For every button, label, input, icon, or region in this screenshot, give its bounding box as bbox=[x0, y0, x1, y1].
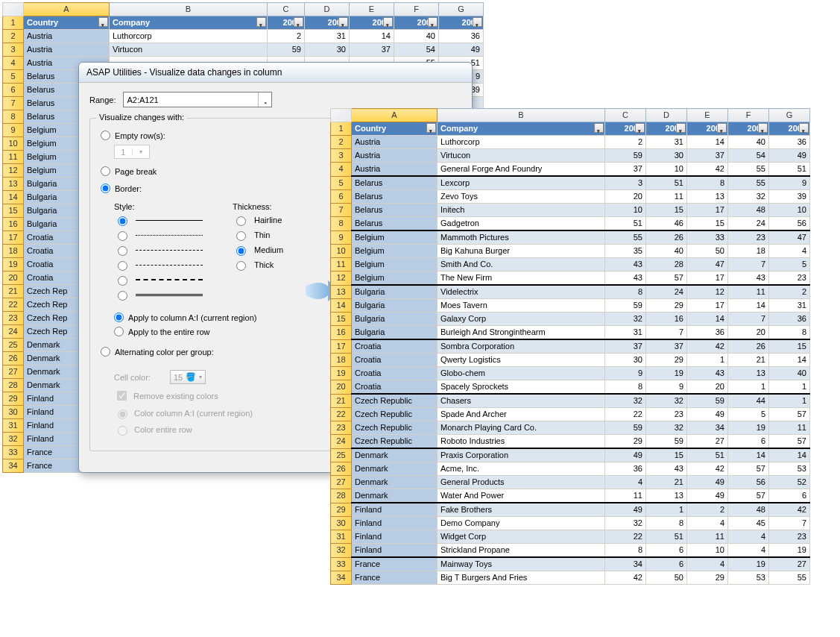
cell[interactable]: 32 bbox=[646, 421, 687, 435]
table-row[interactable]: 15BulgariaGalaxy Corp321614736 bbox=[331, 313, 810, 326]
cell[interactable]: 50 bbox=[646, 571, 687, 585]
cell[interactable]: 56 bbox=[769, 217, 810, 231]
cell[interactable]: Widget Corp bbox=[438, 530, 605, 544]
cell[interactable]: 31 bbox=[305, 30, 350, 43]
cell[interactable]: General Forge And Foundry bbox=[438, 163, 605, 177]
cell[interactable]: Belgium bbox=[352, 258, 438, 272]
col-header-a[interactable]: A bbox=[352, 109, 438, 122]
cell[interactable]: 40 bbox=[646, 245, 687, 258]
cell[interactable]: Chasers bbox=[438, 394, 605, 408]
cell[interactable]: Mainway Toys bbox=[438, 557, 605, 571]
cell[interactable]: 37 bbox=[646, 339, 687, 354]
cell[interactable]: 11 bbox=[646, 190, 687, 204]
cell[interactable]: 45 bbox=[728, 517, 769, 530]
cell[interactable]: 1 bbox=[769, 380, 810, 395]
cell[interactable]: Gadgetron bbox=[438, 217, 605, 231]
cell[interactable]: 20 bbox=[605, 190, 646, 204]
cell[interactable]: 49 bbox=[439, 43, 484, 57]
cell[interactable]: 27 bbox=[687, 435, 728, 449]
cell[interactable]: 43 bbox=[687, 367, 728, 380]
col-header-f[interactable]: F bbox=[394, 3, 439, 16]
cell[interactable]: 11 bbox=[769, 421, 810, 435]
row-header[interactable]: 1 bbox=[331, 122, 352, 136]
filter-dropdown-icon[interactable] bbox=[473, 17, 482, 27]
cell[interactable]: 55 bbox=[728, 163, 769, 177]
cell[interactable]: 47 bbox=[769, 230, 810, 245]
cell[interactable]: 2 bbox=[769, 285, 810, 299]
row-header[interactable]: 7 bbox=[3, 97, 24, 110]
cell[interactable]: 4 bbox=[687, 557, 728, 571]
cell[interactable]: 55 bbox=[728, 176, 769, 190]
row-header[interactable]: 30 bbox=[331, 517, 352, 530]
cell[interactable]: 4 bbox=[769, 245, 810, 258]
col-header-g[interactable]: G bbox=[769, 109, 810, 122]
cell[interactable]: 29 bbox=[646, 354, 687, 367]
range-input-wrapper[interactable]: ▪ bbox=[123, 92, 272, 107]
cell[interactable]: 29 bbox=[605, 435, 646, 449]
cell[interactable]: Videlectrix bbox=[438, 285, 605, 299]
col-header-d[interactable]: D bbox=[305, 3, 350, 16]
cell[interactable]: 49 bbox=[769, 149, 810, 163]
cell[interactable]: 18 bbox=[728, 245, 769, 258]
cell[interactable]: Belarus bbox=[352, 190, 438, 204]
cell[interactable]: 51 bbox=[646, 530, 687, 544]
table-row[interactable]: 31FinlandWidget Corp225111423 bbox=[331, 530, 810, 544]
cell[interactable]: 1 bbox=[728, 380, 769, 395]
row-header[interactable]: 29 bbox=[3, 392, 24, 406]
cell[interactable]: Belgium bbox=[352, 272, 438, 286]
col-header-g[interactable]: G bbox=[439, 3, 484, 16]
cell[interactable]: Finland bbox=[352, 544, 438, 558]
cell[interactable]: 57 bbox=[769, 408, 810, 421]
cell[interactable]: Big Kahuna Burger bbox=[438, 245, 605, 258]
table-row[interactable]: 11BelgiumSmith And Co.43284775 bbox=[331, 258, 810, 272]
cell[interactable]: 7 bbox=[728, 258, 769, 272]
cell[interactable]: 5 bbox=[728, 408, 769, 421]
cell[interactable]: 19 bbox=[728, 557, 769, 571]
row-header[interactable]: 27 bbox=[3, 365, 24, 379]
cell[interactable]: 37 bbox=[605, 163, 646, 177]
cell[interactable]: 12 bbox=[687, 285, 728, 299]
cell[interactable]: 6 bbox=[646, 557, 687, 571]
filter-dropdown-icon[interactable] bbox=[676, 123, 686, 133]
table-row[interactable]: 27DenmarkGeneral Products421495652 bbox=[331, 476, 810, 489]
filter-dropdown-icon[interactable] bbox=[428, 17, 438, 27]
cell[interactable]: 32 bbox=[646, 394, 687, 408]
cell[interactable]: Burleigh And Stronginthearm bbox=[438, 326, 605, 340]
cell[interactable]: 49 bbox=[687, 476, 728, 489]
table-header-2006[interactable]: 2006 bbox=[646, 122, 687, 136]
cell[interactable]: 31 bbox=[769, 299, 810, 313]
cell[interactable]: 51 bbox=[605, 217, 646, 231]
cell[interactable]: 4 bbox=[728, 530, 769, 544]
cell[interactable]: 2 bbox=[268, 30, 305, 43]
cell[interactable]: 39 bbox=[769, 190, 810, 204]
cell[interactable]: 9 bbox=[769, 176, 810, 190]
col-header-e[interactable]: E bbox=[687, 109, 728, 122]
cell[interactable]: Luthorcorp bbox=[110, 30, 268, 43]
table-row[interactable]: 2AustriaLuthorcorp231144036 bbox=[331, 136, 810, 149]
cell[interactable]: 49 bbox=[687, 489, 728, 503]
table-row[interactable]: 33FranceMainway Toys34641927 bbox=[331, 557, 810, 571]
row-header[interactable]: 17 bbox=[331, 339, 352, 354]
cell[interactable]: Denmark bbox=[352, 462, 438, 476]
cell[interactable]: 14 bbox=[728, 448, 769, 462]
cell[interactable]: Czech Republic bbox=[352, 421, 438, 435]
cell[interactable]: Demo Company bbox=[438, 517, 605, 530]
cell[interactable]: 44 bbox=[728, 394, 769, 408]
filter-dropdown-icon[interactable] bbox=[294, 17, 303, 27]
cell[interactable]: Belarus bbox=[352, 176, 438, 190]
range-input[interactable] bbox=[124, 95, 258, 104]
row-header[interactable]: 20 bbox=[331, 380, 352, 395]
table-header-2007[interactable]: 2007 bbox=[350, 16, 394, 30]
cell[interactable]: 10 bbox=[646, 163, 687, 177]
cell[interactable]: 24 bbox=[646, 285, 687, 299]
table-header-company[interactable]: Company bbox=[438, 122, 605, 136]
cell[interactable]: 13 bbox=[646, 489, 687, 503]
table-header-2005[interactable]: 2005 bbox=[605, 122, 646, 136]
cell[interactable]: Fake Brothers bbox=[438, 503, 605, 517]
row-header[interactable]: 32 bbox=[3, 433, 24, 446]
cell[interactable]: 2 bbox=[605, 136, 646, 149]
row-header[interactable]: 9 bbox=[3, 124, 24, 137]
table-row[interactable]: 7BelarusInitech1015174810 bbox=[331, 204, 810, 217]
cell[interactable]: 9 bbox=[605, 367, 646, 380]
cell[interactable]: 53 bbox=[728, 571, 769, 585]
